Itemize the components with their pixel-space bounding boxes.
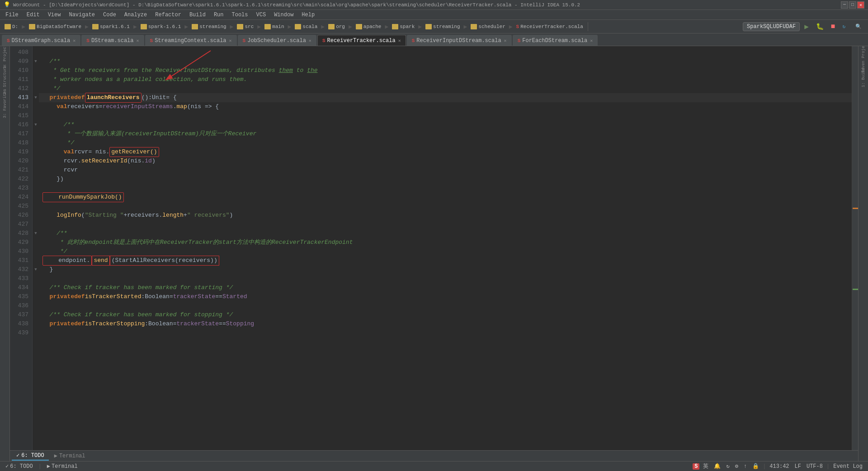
tab-close-receivertracker[interactable]: ✕ <box>398 38 401 43</box>
tab-terminal[interactable]: ▶ Terminal <box>50 452 90 460</box>
sidebar-favorites[interactable]: 3: Favorites <box>1 100 9 108</box>
status-encoding[interactable]: UTF-8 <box>805 463 825 470</box>
code-line-416: /** <box>39 120 852 129</box>
comment-start-428: /** <box>42 229 67 238</box>
status-eventlog[interactable]: Event Log <box>831 463 864 470</box>
toolbar-scala[interactable]: scala <box>292 23 320 30</box>
menu-navigate[interactable]: Navigate <box>65 10 99 19</box>
menu-edit[interactable]: Edit <box>23 10 43 19</box>
tab-terminal-label: Terminal <box>59 453 85 459</box>
code-content[interactable]: /** * Get the receivers from the Receive… <box>39 46 852 450</box>
sidebar-structure[interactable]: 2: Structure <box>1 76 9 84</box>
toolbar-spark[interactable]: spark <box>389 23 417 30</box>
method-loginfo: logInfo <box>57 211 81 220</box>
folder-icon <box>425 24 432 29</box>
tab-close-dstream[interactable]: ✕ <box>137 38 139 43</box>
status-notification[interactable]: 🔔 <box>712 463 722 470</box>
tab-label-dstream: DStream.scala <box>91 38 134 44</box>
tab-receiverinputdstream[interactable]: S ReceiverInputDStream.scala ✕ <box>407 35 512 46</box>
status-lang[interactable]: 英 <box>701 462 710 470</box>
status-lang-label: 英 <box>703 462 708 470</box>
status-settings[interactable]: ⚙ <box>733 463 740 470</box>
tab-jobscheduler[interactable]: S JobScheduler.scala ✕ <box>238 35 316 46</box>
sidebar-project[interactable]: 1: Project <box>1 52 9 61</box>
menu-file[interactable]: File <box>2 10 22 19</box>
fold-428[interactable]: ▼ <box>33 229 39 238</box>
status-lineending[interactable]: LF <box>793 463 803 470</box>
stop-button[interactable]: ■ <box>828 22 838 32</box>
colon-435: : <box>141 292 145 301</box>
menu-analyze[interactable]: Analyze <box>121 10 151 19</box>
field-receiverinputstreams: receiverInputStreams <box>103 102 173 111</box>
toolbar-spark161b[interactable]: spark-1.6.1 <box>138 23 184 30</box>
tab-streamingcontext[interactable]: S StreamingContext.scala ✕ <box>145 35 237 46</box>
tab-close-jobscheduler[interactable]: ✕ <box>309 38 311 43</box>
toolbar-bigdata[interactable]: BigDataSoftware <box>26 23 84 30</box>
tab-close-streamingcontext[interactable]: ✕ <box>229 38 232 43</box>
status-scala-s[interactable]: S <box>693 463 699 470</box>
toolbar-streaming[interactable]: streaming <box>189 23 229 30</box>
toolbar-apache[interactable]: apache <box>353 23 384 30</box>
fold-416[interactable]: ▼ <box>33 120 39 129</box>
tab-todo-label: 6: TODO <box>21 452 44 459</box>
menu-run[interactable]: Run <box>210 10 227 19</box>
minimize-button[interactable]: ─ <box>841 1 848 9</box>
tab-foreachdstream[interactable]: S ForEachDStream.scala ✕ <box>513 35 598 46</box>
run-config-label[interactable]: SparkSQLUDFUDAF <box>743 22 800 31</box>
code-line-419: val rcvr = nis. getReceiver() <box>39 147 852 157</box>
line-num-426: 426 <box>10 211 32 220</box>
menu-build[interactable]: Build <box>186 10 209 19</box>
toolbar-scheduler[interactable]: scheduler <box>468 23 508 30</box>
status-position[interactable]: 413:42 <box>768 463 791 470</box>
toolbar-spark161[interactable]: spark1.6.1 <box>90 23 132 30</box>
search-everywhere-button[interactable]: 🔍 <box>853 23 864 30</box>
build-tab[interactable]: 1: Build <box>859 73 868 81</box>
tab-todo[interactable]: ✓ 6: TODO <box>12 451 49 461</box>
menu-tools[interactable]: Tools <box>228 10 252 19</box>
menu-help[interactable]: Help <box>298 10 318 19</box>
code-area[interactable]: 408 409 410 411 412 413 414 415 416 417 … <box>10 46 858 450</box>
tab-receivertracker[interactable]: S ReceiverTracker.scala ✕ <box>317 35 406 46</box>
menu-refactor[interactable]: Refactor <box>151 10 185 19</box>
title-text: WordCount - [D:\IdeaProjects\WordCount] … <box>13 2 580 8</box>
toolbar-org[interactable]: org <box>326 23 348 30</box>
update-button[interactable]: ↻ <box>840 23 848 30</box>
code-426 <box>42 211 57 220</box>
code-line-408 <box>39 48 852 57</box>
toolbar-streaming2[interactable]: streaming <box>423 23 462 30</box>
tab-dstreamgraph[interactable]: S DStreamGraph.scala ✕ <box>2 35 80 46</box>
toolbar-main[interactable]: main <box>262 23 287 30</box>
toolbar-src[interactable]: src <box>234 23 256 30</box>
type-boolean-435: Boolean <box>145 292 170 301</box>
status-lock[interactable]: 🔒 <box>750 463 761 470</box>
paren-414: (nis => { <box>187 102 219 111</box>
tab-close-foreachdstream[interactable]: ✕ <box>590 38 593 43</box>
toolbar-receivertracker[interactable]: S ReceiverTracker.scala <box>514 23 586 30</box>
status-terminal[interactable]: ▶ Terminal <box>45 463 80 470</box>
status-todo[interactable]: ✓ 6: TODO <box>4 463 35 470</box>
menu-bar: File Edit View Navigate Code Analyze Ref… <box>0 10 868 20</box>
debug-button[interactable]: 🐛 <box>813 22 826 31</box>
tab-close-dstreamgraph[interactable]: ✕ <box>73 38 75 43</box>
scala-icon: S <box>322 38 326 43</box>
type-boolean-438: Boolean <box>148 319 173 328</box>
menu-window[interactable]: Window <box>270 10 297 19</box>
code-line-435: private def isTrackerStarted : Boolean =… <box>39 292 852 301</box>
tab-close-receiverinputdstream[interactable]: ✕ <box>504 38 507 43</box>
status-sync[interactable]: ↻ <box>724 463 731 470</box>
fold-409[interactable]: ▼ <box>33 57 39 66</box>
maximize-button[interactable]: □ <box>849 1 856 9</box>
line-num-408: 408 <box>10 48 32 57</box>
status-up[interactable]: ↑ <box>742 463 749 470</box>
fold-413[interactable]: ▼ <box>33 93 39 102</box>
menu-view[interactable]: View <box>44 10 65 19</box>
toolbar-path-d[interactable]: D: <box>2 23 21 30</box>
tab-dstream[interactable]: S DStream.scala ✕ <box>81 35 144 46</box>
run-button[interactable]: ▶ <box>802 21 811 32</box>
maven-projects-tab[interactable]: Maven Projects <box>859 52 868 60</box>
menu-code[interactable]: Code <box>99 10 120 19</box>
close-button[interactable]: ✕ <box>857 1 864 9</box>
status-bar: ✓ 6: TODO | ▶ Terminal S 英 🔔 ↻ ⚙ ↑ 🔒 | 4… <box>0 461 868 471</box>
menu-vcs[interactable]: VCS <box>253 10 270 19</box>
fold-432[interactable]: ▼ <box>33 265 39 274</box>
